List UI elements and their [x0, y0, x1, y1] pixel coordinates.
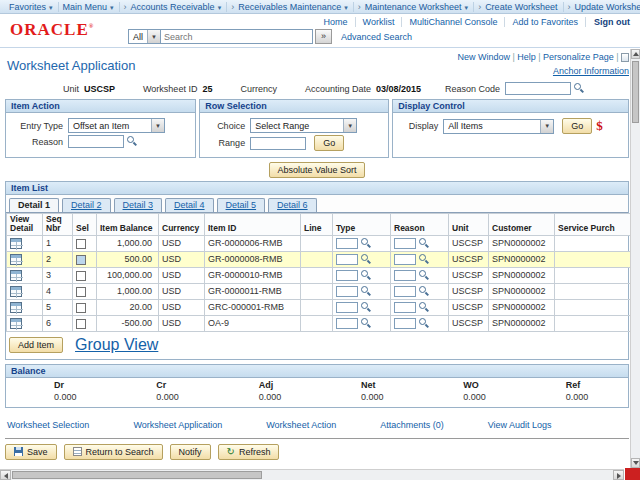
- nav-multichannel-link[interactable]: MultiChannel Console: [401, 17, 504, 27]
- view-detail-icon[interactable]: [10, 286, 22, 297]
- reason-lookup-icon[interactable]: [419, 238, 430, 249]
- notify-button[interactable]: Notify: [170, 444, 211, 460]
- reason-lookup-icon[interactable]: [419, 318, 430, 329]
- reason-input[interactable]: [394, 238, 416, 249]
- worksheet-application-link[interactable]: Worksheet Application: [133, 420, 222, 430]
- type-input[interactable]: [336, 318, 358, 329]
- reason-input[interactable]: [394, 254, 416, 265]
- anchor-information-link[interactable]: Anchor Information: [457, 66, 629, 76]
- search-submit-button[interactable]: [315, 29, 332, 44]
- item-action-reason-input[interactable]: [68, 135, 124, 148]
- breadcrumb-maintenance-worksheet[interactable]: Maintenance Worksheet: [353, 2, 473, 12]
- tab-detail-6[interactable]: Detail 6: [268, 198, 317, 212]
- select-checkbox[interactable]: [76, 287, 86, 297]
- worksheet-action-link[interactable]: Worksheet Action: [266, 420, 336, 430]
- horizontal-scroll-thumb[interactable]: [12, 471, 262, 479]
- accounting-date-value: 03/08/2015: [376, 84, 421, 94]
- personalize-page-link[interactable]: Personalize Page: [543, 52, 621, 62]
- col-unit: Unit: [449, 214, 489, 236]
- tab-detail-3[interactable]: Detail 3: [114, 198, 163, 212]
- select-checkbox[interactable]: [76, 271, 86, 281]
- scroll-left-button[interactable]: [0, 470, 11, 480]
- tab-detail-1[interactable]: Detail 1: [9, 198, 59, 212]
- display-go-button[interactable]: Go: [562, 118, 592, 134]
- type-input[interactable]: [336, 302, 358, 313]
- currency-conversion-icon[interactable]: $: [596, 118, 603, 134]
- search-scope-value: All: [129, 30, 147, 43]
- item-action-reason-lookup-icon[interactable]: [127, 136, 138, 147]
- type-input[interactable]: [336, 254, 358, 265]
- reason-lookup-icon[interactable]: [419, 286, 430, 297]
- breadcrumb-receivables-maintenance[interactable]: Receivables Maintenance: [226, 2, 353, 12]
- view-detail-icon[interactable]: [10, 238, 22, 249]
- scroll-down-button[interactable]: [631, 458, 640, 468]
- view-audit-logs-link[interactable]: View Audit Logs: [488, 420, 552, 430]
- scroll-up-button[interactable]: [631, 49, 640, 59]
- type-lookup-icon[interactable]: [361, 254, 372, 265]
- attachments-link[interactable]: Attachments (0): [380, 420, 444, 430]
- select-checkbox[interactable]: [76, 319, 86, 329]
- save-button[interactable]: Save: [5, 444, 57, 460]
- nav-add-favorites-link[interactable]: Add to Favorites: [504, 17, 585, 27]
- reason-input[interactable]: [394, 270, 416, 281]
- group-view-link[interactable]: Group View: [75, 336, 158, 354]
- breadcrumb-update-worksheet[interactable]: Update Worksheet: [563, 2, 640, 12]
- choice-select[interactable]: Select Range: [250, 118, 357, 133]
- reason-lookup-icon[interactable]: [419, 302, 430, 313]
- range-go-button[interactable]: Go: [314, 135, 344, 151]
- breadcrumb-create-worksheet[interactable]: Create Worksheet: [473, 2, 562, 12]
- reason-input[interactable]: [394, 302, 416, 313]
- type-input[interactable]: [336, 238, 358, 249]
- nav-home-link[interactable]: Home: [317, 17, 355, 27]
- type-lookup-icon[interactable]: [361, 318, 372, 329]
- select-checkbox[interactable]: [76, 303, 86, 313]
- reason-code-lookup-icon[interactable]: [574, 83, 585, 94]
- sign-out-link[interactable]: Sign out: [585, 17, 632, 27]
- worksheet-selection-link[interactable]: Worksheet Selection: [7, 420, 89, 430]
- tab-detail-4[interactable]: Detail 4: [165, 198, 214, 212]
- select-checkbox[interactable]: [76, 255, 86, 265]
- view-detail-icon[interactable]: [10, 318, 22, 329]
- help-link[interactable]: Help: [517, 52, 543, 62]
- new-window-link[interactable]: New Window: [457, 52, 517, 62]
- search-input[interactable]: [161, 29, 313, 44]
- tab-detail-5[interactable]: Detail 5: [217, 198, 266, 212]
- type-lookup-icon[interactable]: [361, 302, 372, 313]
- return-to-search-button[interactable]: Return to Search: [64, 444, 163, 460]
- reason-lookup-icon[interactable]: [419, 270, 430, 281]
- view-detail-icon[interactable]: [10, 302, 22, 313]
- select-checkbox[interactable]: [76, 239, 86, 249]
- search-scope-select[interactable]: All: [128, 29, 161, 44]
- vertical-scrollbar[interactable]: [630, 49, 640, 468]
- add-item-button[interactable]: Add Item: [9, 337, 63, 353]
- type-input[interactable]: [336, 270, 358, 281]
- reason-lookup-icon[interactable]: [419, 254, 430, 265]
- seq-cell: 3: [43, 267, 73, 283]
- type-lookup-icon[interactable]: [361, 270, 372, 281]
- view-detail-icon[interactable]: [10, 254, 22, 265]
- reason-input[interactable]: [394, 318, 416, 329]
- adj-label: Adj: [259, 380, 317, 390]
- entry-type-select[interactable]: Offset an Item: [68, 118, 165, 133]
- refresh-button[interactable]: ↻Refresh: [218, 444, 280, 460]
- vertical-scroll-thumb[interactable]: [632, 61, 639, 123]
- horizontal-scrollbar[interactable]: [0, 469, 624, 480]
- breadcrumb-favorites[interactable]: Favorites: [5, 2, 58, 12]
- scroll-right-button[interactable]: [613, 470, 624, 480]
- view-detail-icon[interactable]: [10, 270, 22, 281]
- reason-code-input[interactable]: [505, 82, 571, 95]
- type-lookup-icon[interactable]: [361, 286, 372, 297]
- type-lookup-icon[interactable]: [361, 238, 372, 249]
- reason-cell: [391, 283, 449, 299]
- breadcrumb-accounts-receivable[interactable]: Accounts Receivable: [119, 2, 227, 12]
- advanced-search-link[interactable]: Advanced Search: [341, 32, 412, 42]
- nav-worklist-link[interactable]: Worklist: [355, 17, 402, 27]
- reason-input[interactable]: [394, 286, 416, 297]
- type-input[interactable]: [336, 286, 358, 297]
- range-input[interactable]: [250, 137, 306, 150]
- tab-detail-2[interactable]: Detail 2: [62, 198, 111, 212]
- absolute-value-sort-button[interactable]: Absolute Value Sort: [269, 162, 366, 178]
- page-options-icon[interactable]: [621, 53, 629, 62]
- breadcrumb-main-menu[interactable]: Main Menu: [58, 2, 119, 12]
- display-select[interactable]: All Items: [443, 119, 554, 134]
